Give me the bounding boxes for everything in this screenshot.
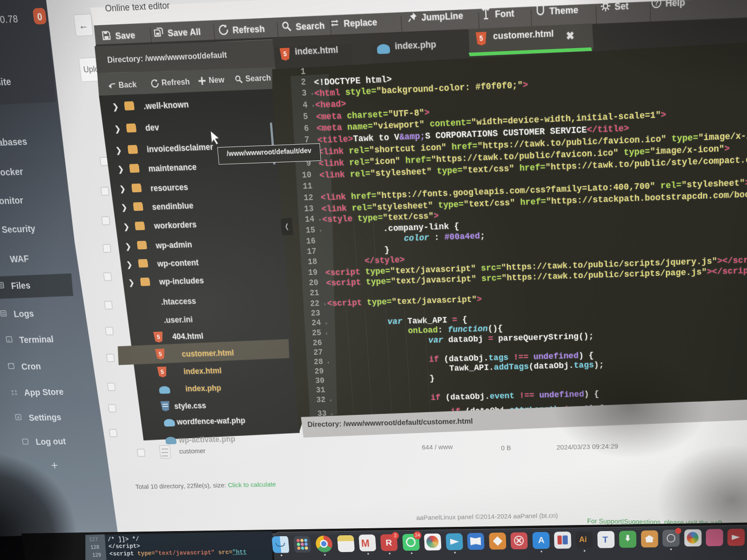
svg-text:?: ?	[654, 0, 658, 7]
